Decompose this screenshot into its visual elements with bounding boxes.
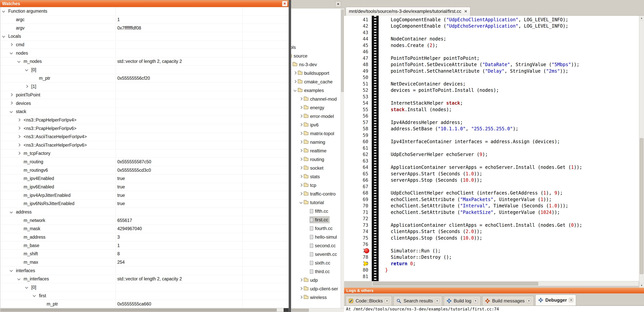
tree-item-content[interactable]: buildsupport [298, 70, 331, 77]
line-number[interactable]: 74 [344, 229, 368, 234]
expand-icon[interactable] [300, 97, 302, 100]
line-number[interactable]: 60 [344, 139, 368, 144]
tree-item-content[interactable]: cmake_cache [298, 78, 334, 85]
collapse-icon[interactable] [294, 89, 297, 92]
line-number[interactable]: 78 [344, 255, 368, 260]
tree-item[interactable]: ipv6 [291, 121, 340, 129]
logs-tab-search-results[interactable]: Search results× [394, 296, 442, 306]
tree-item-content[interactable]: tcp [304, 182, 318, 189]
expand-icon[interactable] [294, 71, 297, 75]
line-number[interactable]: 64 [344, 165, 368, 170]
tree-item-content[interactable]: naming [304, 139, 327, 146]
panel-splitter[interactable] [289, 0, 291, 312]
tree-item-content[interactable]: hello-simul [310, 233, 338, 241]
tree-item[interactable]: udp-client-ser [291, 284, 340, 293]
expand-icon[interactable] [300, 287, 302, 290]
watch-row[interactable]: address [0, 208, 288, 216]
line-number[interactable]: 46 [344, 49, 368, 54]
scrollbar-thumb[interactable] [640, 138, 644, 274]
line-number[interactable]: 66 [344, 177, 368, 183]
watch-row[interactable]: m_shift8 [0, 250, 288, 258]
breakpoint-icon[interactable] [364, 248, 369, 253]
line-number[interactable]: 59 [344, 133, 368, 138]
line-number[interactable]: 44 [344, 36, 368, 42]
line-number[interactable]: 69 [344, 197, 368, 202]
tree-item[interactable]: cmake_cache [291, 77, 340, 86]
tree-item[interactable]: examples [291, 86, 340, 95]
watch-row[interactable]: [1] [0, 82, 288, 91]
line-number[interactable]: 68 [344, 190, 368, 196]
line-number[interactable]: 52 [344, 88, 368, 93]
line-number[interactable]: 81 [344, 274, 368, 279]
watch-row[interactable]: m_interfacesstd::vector of length 2, cap… [0, 275, 288, 283]
watch-row[interactable]: devices [0, 99, 288, 108]
watch-row[interactable]: m_nodesstd::vector of length 2, capacity… [0, 57, 288, 66]
watch-row[interactable]: m_routingv60x5555555cd3c0 [0, 166, 288, 174]
collapse-icon[interactable] [300, 201, 302, 204]
collapse-icon[interactable] [2, 9, 5, 13]
tree-item[interactable]: tutorial [291, 198, 340, 207]
tree-item[interactable]: buildsupport [291, 69, 340, 77]
tree-item[interactable]: tcp [291, 181, 340, 189]
collapse-icon[interactable] [10, 51, 13, 54]
tab-close-icon[interactable]: × [464, 9, 467, 14]
line-number[interactable]: 61 [344, 146, 368, 151]
expand-icon[interactable] [18, 135, 20, 138]
tree-item[interactable]: traffic-contro [291, 189, 340, 198]
tree-item[interactable]: socket [291, 164, 340, 172]
tree-item-content[interactable]: traffic-contro [304, 190, 337, 197]
watch-row[interactable]: m_ptr0x5555555ca660 [0, 300, 288, 308]
tree-item[interactable]: realtime [291, 147, 340, 155]
tree-item[interactable]: source [291, 52, 340, 60]
watch-row[interactable]: <ns3::AsciiTraceHelperForIpv6> [0, 141, 288, 150]
tab-close-icon[interactable]: × [569, 298, 573, 302]
line-number[interactable]: 65 [344, 171, 368, 176]
tree-item[interactable]: routing [291, 155, 340, 164]
watch-row[interactable]: <ns3::PcapHelperForIpv4> [0, 116, 288, 124]
watch-row[interactable]: first [0, 292, 288, 300]
watch-row[interactable]: m_max254 [0, 258, 288, 267]
line-number[interactable]: 70 [344, 203, 368, 208]
tree-item[interactable]: first.cc [291, 215, 340, 224]
tree-item[interactable]: wireless [291, 293, 340, 302]
tree-item-content[interactable]: fifth.cc [310, 208, 330, 215]
tree-item-content[interactable]: channel-mod [304, 95, 338, 103]
expand-icon[interactable] [300, 149, 302, 152]
collapse-icon[interactable] [33, 294, 36, 297]
tree-item-content[interactable]: energy [304, 104, 326, 111]
tab-close-icon[interactable]: × [435, 299, 439, 303]
expand-icon[interactable] [300, 158, 302, 161]
tree-item-content[interactable]: seventh.cc [310, 251, 338, 258]
expand-icon[interactable] [300, 279, 302, 282]
tree-item-content[interactable]: socket [304, 164, 325, 171]
expand-icon[interactable] [300, 192, 302, 195]
tree-item[interactable]: ols [291, 43, 340, 52]
expand-icon[interactable] [18, 143, 20, 147]
scrollbar-thumb[interactable] [292, 309, 309, 312]
line-number[interactable]: 62 [344, 152, 368, 157]
expand-icon[interactable] [10, 102, 13, 105]
tree-item-content[interactable]: udp-client-ser [304, 285, 340, 292]
expand-icon[interactable] [300, 141, 302, 144]
line-number[interactable]: 53 [344, 94, 368, 99]
tree-item-content[interactable]: realtime [304, 147, 328, 154]
scroll-down-icon[interactable]: ▼ [639, 283, 644, 288]
expand-icon[interactable] [18, 152, 20, 155]
watch-row[interactable]: [0] [0, 283, 288, 292]
tree-item[interactable]: fifth.cc [291, 207, 340, 215]
watch-row[interactable]: m_base1 [0, 241, 288, 250]
tree-item-content[interactable]: udp [304, 277, 319, 284]
tree-item-content[interactable]: first.cc [310, 216, 330, 223]
tree-item-content[interactable]: sixth.cc [310, 259, 332, 266]
tree-item-content[interactable]: second.cc [310, 242, 337, 249]
collapse-icon[interactable] [25, 68, 28, 71]
tree-item-content[interactable]: fourth.cc [310, 225, 334, 232]
watch-row[interactable]: m_ipv6NsRsJitterEnabledtrue [0, 199, 288, 208]
tree-item[interactable]: third.cc [291, 267, 340, 276]
code-area[interactable]: 41 LogComponentEnable ("UdpEchoClientApp… [344, 16, 639, 281]
line-number[interactable]: 58 [344, 126, 368, 132]
line-number[interactable]: 57 [344, 120, 368, 125]
scrollbar-thumb[interactable] [0, 309, 277, 312]
line-number[interactable]: 50 [344, 75, 368, 80]
tree-item[interactable]: matrix-topol [291, 129, 340, 138]
